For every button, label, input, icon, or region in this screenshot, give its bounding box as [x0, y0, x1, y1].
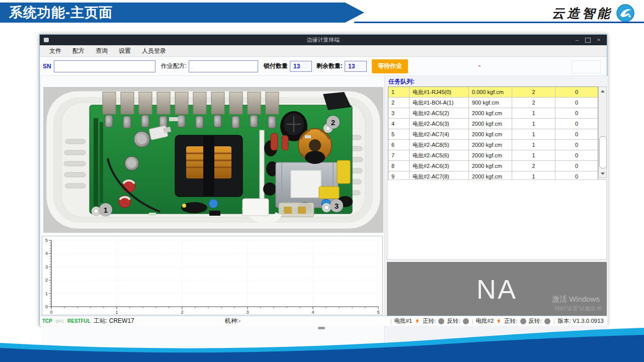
slide: 系统功能-主页面 云造智能 边缘计算终端 – × 文件配方查询设置人员登录 SN…: [0, 0, 644, 362]
task-row[interactable]: 3电批#2-AC5(2)2000 kgf.cm10: [388, 108, 598, 119]
reverse-label: 反转:: [529, 317, 542, 325]
restful-status: RESTFUL: [67, 318, 91, 324]
brand: 云造智能: [552, 4, 635, 23]
task-row[interactable]: 2电批#1-BOI-A(1)900 kgf.cm20: [388, 98, 598, 108]
svg-text:5: 5: [377, 310, 379, 315]
task-cell: 4: [388, 119, 410, 129]
task-cell: 0: [555, 119, 598, 129]
task-cell: 电批#1-BOI-A(1): [410, 98, 469, 108]
torque-chart-canvas: 012345012345: [42, 236, 382, 315]
na-panel: NA 激活 Windows 转到“设置”以激活 W: [387, 262, 607, 316]
tcp-status: TCP: [42, 318, 52, 324]
header-banner: 系统功能-主页面: [0, 3, 364, 23]
svg-text:5: 5: [45, 238, 48, 243]
page-title: 系统功能-主页面: [0, 3, 364, 23]
circuit-board: [90, 92, 353, 220]
task-cell: 1: [512, 140, 555, 150]
svg-text:1: 1: [45, 291, 48, 296]
scroll-thumb[interactable]: [599, 136, 607, 168]
task-cell: 1: [388, 87, 410, 97]
task-cell: 2000 kgf.cm: [469, 161, 512, 171]
screw-marker-3: 3: [330, 199, 343, 212]
menu-item-0[interactable]: 文件: [44, 45, 67, 57]
windows-watermark-line2: 转到“设置”以激活 W: [555, 305, 602, 312]
lock-count-value[interactable]: 13: [290, 61, 312, 72]
lock-count-label: 锁付数量: [264, 62, 288, 70]
svg-text:4: 4: [45, 251, 48, 256]
task-cell: 0: [555, 108, 598, 118]
svg-text:2: 2: [181, 310, 183, 315]
menu-item-4[interactable]: 人员登录: [136, 45, 172, 57]
task-cell: 2000 kgf.cm: [469, 150, 512, 160]
menu-item-3[interactable]: 设置: [113, 45, 136, 57]
forward-label: 正转:: [504, 317, 517, 325]
driver-label: 电批#1: [394, 317, 412, 325]
reverse-indicator: [544, 318, 550, 324]
task-cell: 2: [512, 161, 555, 171]
result-dash: -: [478, 62, 480, 69]
task-row[interactable]: 1电批#1-RJ45(0)0.000 kgf.cm20: [388, 87, 598, 98]
task-cell: 2: [512, 87, 555, 97]
pin-strip: [94, 118, 98, 208]
recipe-input[interactable]: [189, 60, 258, 72]
pin-strip: [100, 122, 103, 203]
task-cell: 0.000 kgf.cm: [469, 87, 512, 97]
task-cell: 6: [388, 140, 410, 150]
task-cell: 900 kgf.cm: [469, 98, 512, 108]
task-cell: 3: [388, 108, 410, 118]
statusbar-right: |电批#1正转:反转:|电批#2正转:反转: | 版本: V1.3.0.0913: [390, 317, 607, 325]
task-cell: 2: [388, 98, 410, 108]
statusbar-separator: |: [390, 318, 392, 324]
task-cell: 0: [555, 140, 598, 150]
job-status-button[interactable]: 等待作业: [372, 59, 408, 73]
task-cell: 2000 kgf.cm: [469, 119, 512, 129]
fuse-block: [279, 203, 314, 217]
task-cell: 5: [388, 129, 410, 139]
task-row[interactable]: 8电批#2-AC6(3)2000 kgf.cm20: [388, 161, 598, 171]
task-row[interactable]: 5电批#2-AC7(4)2000 kgf.cm10: [388, 129, 598, 140]
sn-input[interactable]: [54, 60, 155, 72]
sfc-status: SFC: [55, 319, 64, 324]
arrow-down-icon: [601, 172, 605, 175]
task-cell: 0: [555, 87, 598, 97]
task-cell: 1: [512, 129, 555, 139]
status-bar: TCP SFC RESTFUL 工站: CREW17 机种:- |电批#1正转:…: [40, 316, 607, 326]
model-label: 机种:-: [225, 317, 240, 325]
task-row[interactable]: 6电批#2-AC8(5)2000 kgf.cm10: [388, 140, 598, 150]
task-cell: 电批#2-AC8(5): [410, 140, 469, 150]
remain-count-value[interactable]: 13: [345, 61, 367, 72]
titlebar[interactable]: 边缘计算终端 – ×: [40, 35, 607, 45]
brand-logo-icon: [616, 4, 635, 23]
forward-label: 正转:: [423, 317, 436, 325]
driver-status-2: |电批#2正转:反转:: [472, 317, 550, 325]
right-panel: 任务队列: 1电批#1-RJ45(0)0.000 kgf.cm202电批#1-B…: [385, 76, 608, 350]
minimize-button[interactable]: –: [573, 35, 581, 45]
svg-text:4: 4: [311, 310, 314, 315]
task-row[interactable]: 4电批#2-AC6(3)2000 kgf.cm10: [388, 119, 598, 129]
menu-item-2[interactable]: 查询: [90, 45, 113, 57]
reverse-label: 反转:: [447, 317, 460, 325]
forward-indicator: [438, 318, 444, 324]
svg-text:3: 3: [246, 310, 249, 315]
windows-watermark-line1: 激活 Windows: [552, 295, 600, 304]
svg-text:3: 3: [45, 264, 48, 269]
scroll-up-button[interactable]: [599, 87, 606, 95]
task-cell: 7: [388, 150, 410, 160]
toolbar: SN 作业配方: 锁付数量 13 剩余数量: 13 等待作业 -: [40, 57, 607, 76]
task-row[interactable]: 7电批#2-AC5(6)2000 kgf.cm10: [388, 150, 598, 161]
scroll-down-button[interactable]: [599, 169, 606, 177]
na-text: NA: [476, 274, 517, 305]
svg-text:0: 0: [45, 304, 48, 309]
ghost-button: [572, 60, 601, 73]
connection-icon: [415, 318, 420, 324]
task-cell: 1: [512, 150, 555, 160]
statusbar-separator: |: [472, 318, 473, 324]
menu-item-1[interactable]: 配方: [67, 45, 90, 57]
task-cell: 0: [555, 129, 598, 139]
station-label: 工站: CREW17: [94, 317, 134, 325]
task-table-scrollbar[interactable]: [598, 86, 607, 178]
torque-chart: 012345012345: [42, 236, 383, 315]
close-button[interactable]: ×: [595, 35, 603, 45]
task-cell: 电批#2-AC7(4): [410, 129, 469, 139]
maximize-button[interactable]: [585, 38, 591, 43]
